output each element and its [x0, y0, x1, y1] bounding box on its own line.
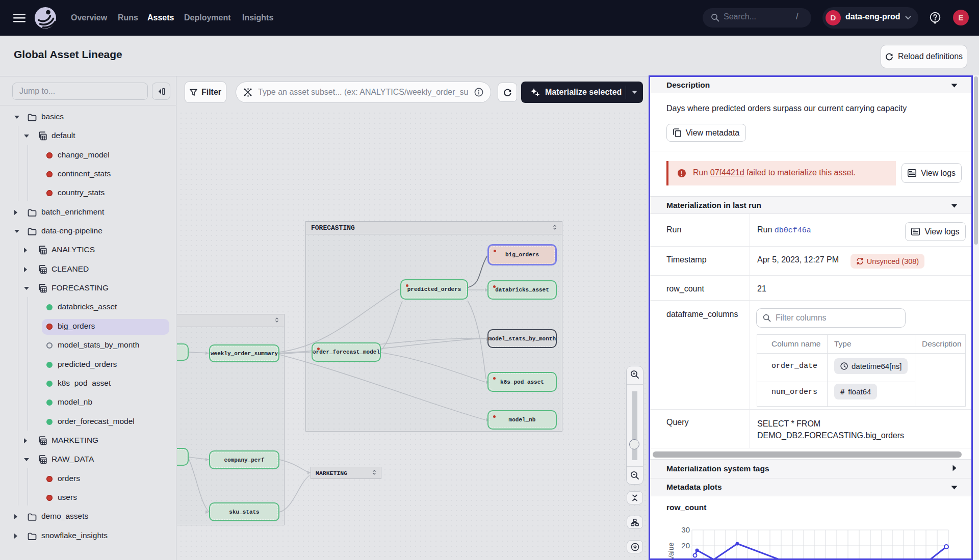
svg-text:10: 10: [681, 556, 690, 560]
svg-text:30: 30: [681, 525, 690, 534]
svg-text:Value: Value: [667, 542, 675, 560]
svg-text:20: 20: [681, 541, 690, 550]
